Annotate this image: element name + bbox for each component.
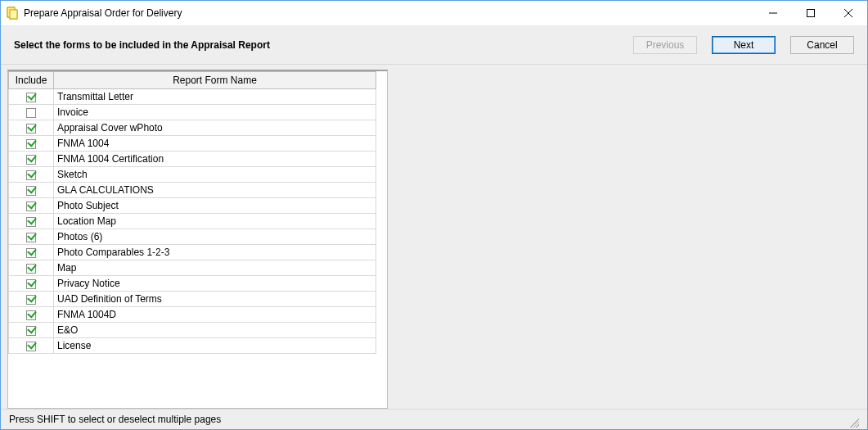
include-cell[interactable] xyxy=(9,89,54,105)
include-cell[interactable] xyxy=(9,152,54,167)
form-name-cell[interactable]: License xyxy=(54,338,376,354)
table-row[interactable]: Photo Subject xyxy=(9,198,376,214)
include-cell[interactable] xyxy=(9,292,54,307)
status-hint: Press SHIFT to select or deselect multip… xyxy=(9,414,221,425)
include-checkbox[interactable] xyxy=(26,201,36,211)
include-cell[interactable] xyxy=(9,276,54,292)
include-checkbox[interactable] xyxy=(26,248,36,258)
close-icon xyxy=(844,9,852,17)
window-title: Prepare Appraisal Order for Delivery xyxy=(24,7,182,19)
table-row[interactable]: Photo Comparables 1-2-3 xyxy=(9,245,376,260)
include-checkbox[interactable] xyxy=(26,342,36,351)
table-row[interactable]: Photos (6) xyxy=(9,229,376,245)
window-controls xyxy=(754,1,867,25)
table-row[interactable]: E&O xyxy=(9,323,376,338)
include-cell[interactable] xyxy=(9,323,54,338)
form-name-cell[interactable]: Photo Comparables 1-2-3 xyxy=(54,245,376,260)
previous-button: Previous xyxy=(633,36,697,54)
form-name-cell[interactable]: E&O xyxy=(54,323,376,338)
titlebar[interactable]: Prepare Appraisal Order for Delivery xyxy=(1,1,867,26)
table-row[interactable]: Transmittal Letter xyxy=(9,89,376,105)
include-cell[interactable] xyxy=(9,105,54,120)
table-row[interactable]: FNMA 1004 xyxy=(9,136,376,152)
close-button[interactable] xyxy=(830,1,867,25)
svg-rect-3 xyxy=(807,10,815,17)
table-row[interactable]: Invoice xyxy=(9,105,376,120)
instruction-text: Select the forms to be included in the A… xyxy=(14,39,633,51)
include-cell[interactable] xyxy=(9,120,54,136)
include-checkbox[interactable] xyxy=(26,264,36,274)
table-row[interactable]: License xyxy=(9,338,376,354)
form-name-cell[interactable]: FNMA 1004D xyxy=(54,307,376,323)
app-icon xyxy=(6,7,19,20)
include-checkbox[interactable] xyxy=(26,139,36,149)
table-row[interactable]: GLA CALCULATIONS xyxy=(9,183,376,198)
table-row[interactable]: FNMA 1004 Certification xyxy=(9,152,376,167)
form-name-cell[interactable]: Location Map xyxy=(54,214,376,229)
maximize-button[interactable] xyxy=(792,1,830,25)
wizard-buttons: Previous Next Cancel xyxy=(633,36,854,54)
include-checkbox[interactable] xyxy=(26,326,36,336)
form-name-cell[interactable]: FNMA 1004 xyxy=(54,136,376,152)
forms-grid: Include Report Form Name Transmittal Let… xyxy=(8,71,376,354)
minimize-icon xyxy=(769,9,777,17)
include-cell[interactable] xyxy=(9,136,54,152)
include-checkbox[interactable] xyxy=(26,93,36,102)
wizard-header: Select the forms to be included in the A… xyxy=(1,26,867,65)
include-checkbox[interactable] xyxy=(26,186,36,196)
include-cell[interactable] xyxy=(9,183,54,198)
form-name-cell[interactable]: Transmittal Letter xyxy=(54,89,376,105)
app-window: Prepare Appraisal Order for Delivery Sel… xyxy=(0,0,868,430)
include-checkbox[interactable] xyxy=(26,279,36,289)
include-cell[interactable] xyxy=(9,338,54,354)
form-name-cell[interactable]: Privacy Notice xyxy=(54,276,376,292)
svg-line-4 xyxy=(844,9,852,17)
form-name-cell[interactable]: FNMA 1004 Certification xyxy=(54,152,376,167)
form-name-cell[interactable]: Photos (6) xyxy=(54,229,376,245)
include-checkbox[interactable] xyxy=(26,217,36,227)
col-header-name[interactable]: Report Form Name xyxy=(54,72,376,89)
table-row[interactable]: FNMA 1004D xyxy=(9,307,376,323)
include-cell[interactable] xyxy=(9,260,54,276)
resize-grip-icon[interactable] xyxy=(848,416,859,428)
form-name-cell[interactable]: Sketch xyxy=(54,167,376,183)
include-cell[interactable] xyxy=(9,229,54,245)
form-name-cell[interactable]: Invoice xyxy=(54,105,376,120)
table-row[interactable]: Location Map xyxy=(9,214,376,229)
table-row[interactable]: Map xyxy=(9,260,376,276)
status-bar: Press SHIFT to select or deselect multip… xyxy=(1,409,867,429)
form-name-cell[interactable]: UAD Definition of Terms xyxy=(54,292,376,307)
include-checkbox[interactable] xyxy=(26,124,36,134)
forms-grid-pane: Include Report Form Name Transmittal Let… xyxy=(7,70,388,409)
table-row[interactable]: Sketch xyxy=(9,167,376,183)
content-area: Include Report Form Name Transmittal Let… xyxy=(1,65,867,409)
table-row[interactable]: Privacy Notice xyxy=(9,276,376,292)
include-cell[interactable] xyxy=(9,245,54,260)
svg-line-5 xyxy=(844,9,852,17)
form-name-cell[interactable]: Photo Subject xyxy=(54,198,376,214)
include-cell[interactable] xyxy=(9,307,54,323)
form-name-cell[interactable]: Map xyxy=(54,260,376,276)
preview-pane xyxy=(393,70,861,409)
include-checkbox[interactable] xyxy=(26,233,36,242)
minimize-button[interactable] xyxy=(754,1,792,25)
include-checkbox[interactable] xyxy=(26,310,36,320)
table-row[interactable]: UAD Definition of Terms xyxy=(9,292,376,307)
cancel-button[interactable]: Cancel xyxy=(790,36,854,54)
include-cell[interactable] xyxy=(9,198,54,214)
include-checkbox[interactable] xyxy=(26,108,36,118)
svg-rect-1 xyxy=(10,10,17,19)
table-row[interactable]: Appraisal Cover wPhoto xyxy=(9,120,376,136)
next-button[interactable]: Next xyxy=(712,36,776,54)
include-cell[interactable] xyxy=(9,214,54,229)
col-header-include[interactable]: Include xyxy=(9,72,54,89)
include-checkbox[interactable] xyxy=(26,295,36,305)
include-checkbox[interactable] xyxy=(26,170,36,180)
form-name-cell[interactable]: GLA CALCULATIONS xyxy=(54,183,376,198)
include-cell[interactable] xyxy=(9,167,54,183)
form-name-cell[interactable]: Appraisal Cover wPhoto xyxy=(54,120,376,136)
maximize-icon xyxy=(807,9,815,17)
include-checkbox[interactable] xyxy=(26,155,36,165)
